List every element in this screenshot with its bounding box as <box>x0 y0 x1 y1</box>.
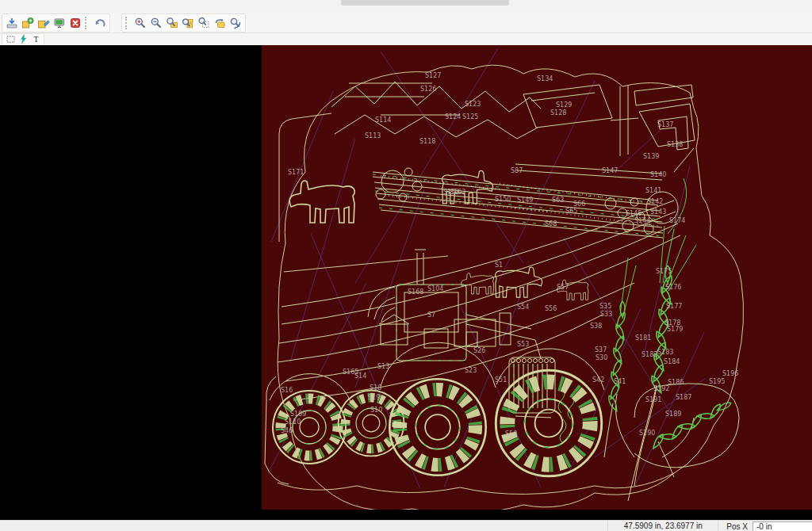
text-tool-icon: T <box>31 34 41 44</box>
pos-x-input[interactable]: -0 in <box>753 521 812 531</box>
window-top-tab <box>341 0 509 6</box>
svg-text:S140: S140 <box>650 171 666 178</box>
zoom-extents-button[interactable] <box>196 15 212 31</box>
svg-text:S10: S10 <box>370 407 382 414</box>
edit-part-button[interactable] <box>36 15 52 31</box>
svg-text:S38: S38 <box>590 323 602 330</box>
svg-text:S19: S19 <box>368 394 380 401</box>
toolbar-row-main <box>0 13 812 33</box>
svg-text:S189: S189 <box>665 411 681 418</box>
svg-text:S138: S138 <box>667 141 683 148</box>
svg-text:S18: S18 <box>370 384 381 392</box>
svg-text:S141: S141 <box>645 187 661 194</box>
svg-text:S184: S184 <box>664 358 680 365</box>
add-part-button[interactable] <box>20 15 36 31</box>
send-to-machine-button[interactable] <box>52 15 67 31</box>
svg-text:S63: S63 <box>552 197 564 204</box>
svg-text:S50: S50 <box>505 430 517 437</box>
import-part-icon <box>6 17 18 29</box>
svg-text:S123: S123 <box>465 101 481 108</box>
marquee-select-button[interactable] <box>4 34 17 44</box>
toolbar-grip[interactable] <box>85 17 89 29</box>
svg-text:S114: S114 <box>375 117 391 124</box>
toolbar-grip[interactable] <box>125 17 129 29</box>
svg-text:S109: S109 <box>290 411 306 418</box>
svg-text:S113: S113 <box>365 132 381 139</box>
segment-labels: S127S126S114S113S118S123S125S124S134S129… <box>281 72 738 437</box>
marquee-select-icon <box>6 34 16 44</box>
nest-drawing: S127S126S114S113S118S123S125S124S134S129… <box>262 45 812 510</box>
svg-text:S142: S142 <box>647 198 663 205</box>
add-part-icon <box>21 17 34 29</box>
svg-text:S46: S46 <box>281 427 293 434</box>
svg-text:S171: S171 <box>288 169 304 176</box>
svg-text:S175: S175 <box>656 268 672 275</box>
field-curves <box>278 201 680 400</box>
text-tool-button[interactable]: T <box>29 34 42 44</box>
zoom-parts-icon <box>182 17 194 29</box>
undo-button[interactable] <box>92 15 108 31</box>
svg-text:S137: S137 <box>657 121 673 128</box>
svg-text:S104: S104 <box>427 285 443 292</box>
traverse-lines <box>268 48 706 489</box>
zoom-in-icon <box>134 17 147 29</box>
svg-text:S165: S165 <box>343 369 358 376</box>
svg-text:S37: S37 <box>595 346 607 353</box>
pos-x-label: Pos X <box>718 522 753 531</box>
kerf-tool-button[interactable] <box>17 34 29 44</box>
svg-text:S196: S196 <box>722 370 738 377</box>
delete-icon <box>69 17 82 29</box>
delete-button[interactable] <box>67 15 83 31</box>
svg-text:S33: S33 <box>600 311 612 318</box>
svg-text:S124: S124 <box>445 113 461 120</box>
svg-text:S30: S30 <box>596 354 607 361</box>
zoom-previous-button[interactable] <box>212 15 228 31</box>
svg-text:S66: S66 <box>573 201 585 208</box>
zoom-all-button[interactable] <box>228 15 243 31</box>
svg-text:S195: S195 <box>709 378 725 385</box>
zoom-window-icon <box>166 17 178 29</box>
svg-text:S16: S16 <box>281 387 293 394</box>
import-part-button[interactable] <box>4 15 20 31</box>
svg-text:S149: S149 <box>517 197 533 204</box>
status-bar: 47.5909 in, 23.6977 in Pos X -0 in <box>0 520 812 531</box>
svg-text:S150: S150 <box>495 196 511 203</box>
svg-text:S176: S176 <box>665 284 681 291</box>
zoom-window-button[interactable] <box>164 15 180 31</box>
kerf-tool-icon <box>18 34 29 44</box>
toolbar-group-edit: T <box>2 33 44 46</box>
workspace-background: S127S126S114S113S118S123S125S124S134S129… <box>0 45 812 520</box>
zoom-parts-button[interactable] <box>180 15 196 31</box>
drawing-canvas[interactable]: S127S126S114S113S118S123S125S124S134S129… <box>262 45 812 510</box>
undo-icon <box>94 17 106 29</box>
svg-text:S145: S145 <box>626 210 642 217</box>
zoom-in-button[interactable] <box>132 15 148 31</box>
svg-text:S128: S128 <box>550 109 566 117</box>
zoom-all-icon <box>229 17 242 29</box>
svg-text:S54: S54 <box>517 304 529 311</box>
svg-text:S147: S147 <box>602 167 618 174</box>
svg-text:S56: S56 <box>545 305 557 312</box>
svg-text:S190: S190 <box>639 430 655 437</box>
svg-text:S41: S41 <box>614 378 626 385</box>
svg-text:S192: S192 <box>653 385 669 392</box>
svg-text:S183: S183 <box>657 349 673 356</box>
edit-part-icon <box>37 17 50 29</box>
zoom-out-icon <box>150 17 163 29</box>
svg-text:S1: S1 <box>495 262 503 269</box>
svg-text:S182: S182 <box>642 351 657 358</box>
svg-text:S144: S144 <box>634 217 650 224</box>
svg-text:S125: S125 <box>462 113 478 120</box>
svg-text:S143: S143 <box>650 208 666 216</box>
send-to-machine-icon <box>53 17 66 29</box>
svg-text:S68: S68 <box>545 220 557 227</box>
svg-text:S42: S42 <box>592 376 604 384</box>
svg-text:S168: S168 <box>408 288 423 296</box>
svg-text:S7: S7 <box>427 311 435 319</box>
svg-text:S129: S129 <box>556 101 572 109</box>
zoom-out-button[interactable] <box>148 15 164 31</box>
svg-text:S13: S13 <box>377 363 389 370</box>
svg-text:S51: S51 <box>495 376 507 384</box>
svg-text:S187: S187 <box>676 394 691 401</box>
svg-text:S26: S26 <box>473 347 485 354</box>
